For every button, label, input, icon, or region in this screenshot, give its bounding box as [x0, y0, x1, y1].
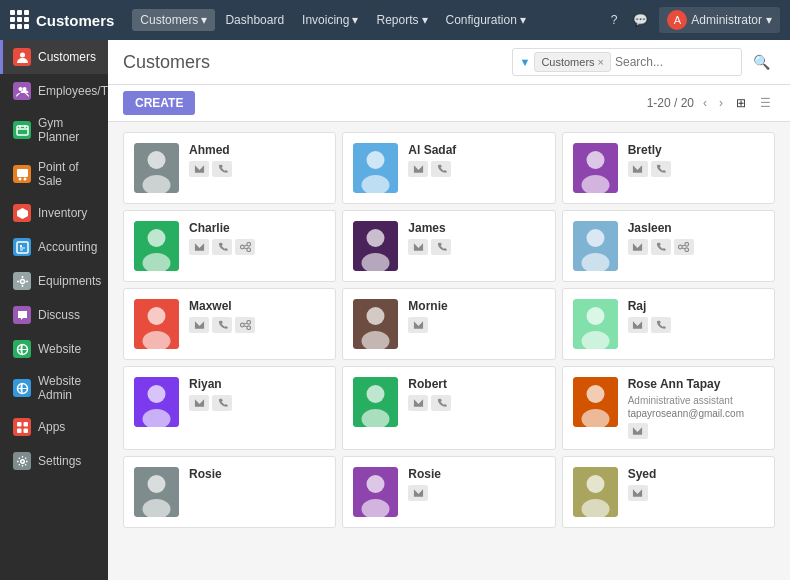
- list-view-button[interactable]: ☰: [756, 94, 775, 112]
- search-input[interactable]: [615, 55, 735, 69]
- action-icons: [189, 317, 325, 333]
- search-button[interactable]: 🔍: [748, 51, 775, 73]
- customer-card[interactable]: Jasleen: [562, 210, 775, 282]
- page-title: Customers: [123, 52, 210, 73]
- sidebar-item-pos[interactable]: Point of Sale: [0, 152, 108, 196]
- customer-card[interactable]: Ahmed: [123, 132, 336, 204]
- email-action-button[interactable]: [628, 161, 648, 177]
- sidebar-item-discuss[interactable]: Discuss: [0, 298, 108, 332]
- sidebar-item-equipments[interactable]: Equipments: [0, 264, 108, 298]
- customer-card[interactable]: Maxwel: [123, 288, 336, 360]
- top-navigation: Customers Customers ▾ Dashboard Invoicin…: [0, 0, 790, 40]
- customer-card[interactable]: Robert: [342, 366, 555, 450]
- action-icons: [628, 239, 764, 255]
- phone-action-button[interactable]: [651, 239, 671, 255]
- filter-tag[interactable]: Customers ×: [534, 52, 611, 72]
- brand[interactable]: Customers: [10, 10, 124, 30]
- help-button[interactable]: ?: [606, 10, 623, 30]
- email-action-button[interactable]: [628, 317, 648, 333]
- customer-email: tapayroseann@gmail.com: [628, 408, 764, 419]
- customer-card[interactable]: Bretly: [562, 132, 775, 204]
- svg-point-0: [20, 52, 25, 57]
- phone-action-button[interactable]: [212, 317, 232, 333]
- view-controls: 1-20 / 20 ‹ › ⊞ ☰: [647, 94, 775, 112]
- nav-dashboard[interactable]: Dashboard: [217, 9, 292, 31]
- email-action-button[interactable]: [189, 395, 209, 411]
- admin-menu[interactable]: A Administrator ▾: [659, 7, 780, 33]
- customer-card[interactable]: Rose Ann Tapay Administrative assistant …: [562, 366, 775, 450]
- sidebar-item-gym-planner[interactable]: Gym Planner: [0, 108, 108, 152]
- nav-reports[interactable]: Reports ▾: [368, 9, 435, 31]
- email-action-button[interactable]: [189, 239, 209, 255]
- phone-action-button[interactable]: [431, 161, 451, 177]
- email-action-button[interactable]: [408, 161, 428, 177]
- avatar: [353, 467, 398, 517]
- customer-card[interactable]: Al Sadaf: [342, 132, 555, 204]
- customer-card[interactable]: James: [342, 210, 555, 282]
- customer-name: Mornie: [408, 299, 544, 313]
- avatar: [353, 221, 398, 271]
- action-icons: [189, 239, 325, 255]
- filter-tag-label: Customers: [541, 56, 594, 68]
- customer-subtitle: Administrative assistant: [628, 395, 764, 406]
- phone-action-button[interactable]: [651, 317, 671, 333]
- prev-page-button[interactable]: ‹: [700, 95, 710, 111]
- customer-card[interactable]: Syed: [562, 456, 775, 528]
- chat-button[interactable]: 💬: [628, 10, 653, 30]
- customer-grid-wrap: Ahmed Al Sadaf: [108, 122, 790, 580]
- phone-action-button[interactable]: [212, 395, 232, 411]
- customer-card[interactable]: Rosie: [342, 456, 555, 528]
- email-action-button[interactable]: [628, 239, 648, 255]
- customer-info: Syed: [628, 467, 764, 501]
- avatar: [134, 299, 179, 349]
- next-page-button[interactable]: ›: [716, 95, 726, 111]
- sidebar-item-employees[interactable]: Employees/Trainer: [0, 74, 108, 108]
- customer-card[interactable]: Rosie: [123, 456, 336, 528]
- customer-card[interactable]: Mornie: [342, 288, 555, 360]
- grid-view-button[interactable]: ⊞: [732, 94, 750, 112]
- sidebar-item-website-admin[interactable]: Website Admin: [0, 366, 108, 410]
- customer-card[interactable]: Riyan: [123, 366, 336, 450]
- admin-avatar: A: [667, 10, 687, 30]
- sidebar-label-website-admin: Website Admin: [38, 374, 98, 402]
- email-action-button[interactable]: [189, 161, 209, 177]
- link-action-button[interactable]: [674, 239, 694, 255]
- sidebar-item-website[interactable]: Website: [0, 332, 108, 366]
- content-area: Customers ▼ Customers × 🔍 CREATE 1-20 / …: [108, 40, 790, 580]
- customer-card[interactable]: Raj: [562, 288, 775, 360]
- nav-customers[interactable]: Customers ▾: [132, 9, 215, 31]
- svg-point-8: [23, 177, 26, 180]
- pagination-label: 1-20 / 20: [647, 96, 694, 110]
- customer-card[interactable]: Charlie: [123, 210, 336, 282]
- email-action-button[interactable]: [628, 485, 648, 501]
- avatar: [134, 143, 179, 193]
- close-filter-icon[interactable]: ×: [598, 56, 604, 68]
- sidebar-item-accounting[interactable]: Accounting: [0, 230, 108, 264]
- nav-configuration[interactable]: Configuration ▾: [438, 9, 534, 31]
- phone-action-button[interactable]: [431, 395, 451, 411]
- sidebar-label-equipments: Equipments: [38, 274, 101, 288]
- sidebar-item-settings[interactable]: Settings: [0, 444, 108, 478]
- sidebar-item-inventory[interactable]: Inventory: [0, 196, 108, 230]
- email-action-button[interactable]: [408, 317, 428, 333]
- link-action-button[interactable]: [235, 317, 255, 333]
- sidebar-item-customers[interactable]: Customers: [0, 40, 108, 74]
- nav-invoicing[interactable]: Invoicing ▾: [294, 9, 366, 31]
- phone-action-button[interactable]: [212, 161, 232, 177]
- email-action-button[interactable]: [189, 317, 209, 333]
- email-action-button[interactable]: [408, 485, 428, 501]
- phone-action-button[interactable]: [431, 239, 451, 255]
- customer-name: Rosie: [408, 467, 544, 481]
- link-action-button[interactable]: [235, 239, 255, 255]
- sidebar-item-apps[interactable]: Apps: [0, 410, 108, 444]
- svg-line-52: [244, 323, 247, 324]
- phone-action-button[interactable]: [651, 161, 671, 177]
- email-action-button[interactable]: [628, 423, 648, 439]
- phone-action-button[interactable]: [212, 239, 232, 255]
- email-action-button[interactable]: [408, 395, 428, 411]
- svg-rect-4: [19, 125, 21, 128]
- svg-rect-13: [17, 422, 22, 427]
- email-action-button[interactable]: [408, 239, 428, 255]
- create-button[interactable]: CREATE: [123, 91, 195, 115]
- action-icons: [628, 485, 764, 501]
